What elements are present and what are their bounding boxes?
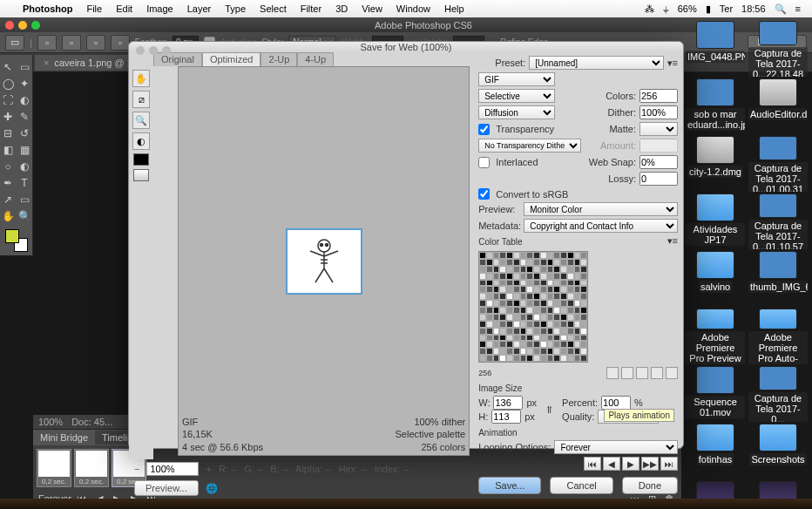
desktop-item[interactable]: fotinhas [685, 424, 746, 479]
color-table[interactable] [478, 251, 588, 363]
wifi-icon[interactable]: ⏚ [663, 3, 669, 14]
minibridge-tab[interactable]: Mini Bridge [33, 431, 95, 445]
hand-tool[interactable]: ✋ [0, 208, 16, 223]
format-select[interactable]: GIF [478, 72, 555, 86]
srgb-checkbox[interactable] [478, 188, 490, 200]
preset-select[interactable]: [Unnamed] [529, 56, 663, 70]
desktop-item[interactable]: Adobe Premiere Pro Auto-Save [748, 309, 809, 364]
menu-filter[interactable]: Filter [301, 3, 321, 14]
menu-file[interactable]: File [86, 3, 102, 14]
anim-first-icon[interactable]: ⏮ [584, 457, 601, 471]
window-minimize-button[interactable] [18, 21, 27, 30]
ct-lock-icon[interactable] [606, 367, 619, 379]
move-tool[interactable]: ↖ [0, 59, 16, 74]
menu-image[interactable]: Image [146, 3, 173, 14]
desktop-item[interactable]: salvino [685, 251, 746, 307]
dither-method-select[interactable]: Diffusion [478, 105, 555, 119]
w-input[interactable] [493, 396, 523, 410]
tab-2up[interactable]: 2-Up [261, 52, 297, 66]
pen-tool[interactable]: ✒ [0, 175, 16, 190]
matte-select[interactable] [639, 122, 678, 136]
interlaced-checkbox[interactable] [478, 157, 490, 168]
window-close-button[interactable] [5, 21, 14, 30]
dlg-slice-tool[interactable]: ⧄ [132, 91, 150, 108]
desktop-item[interactable]: IMG_0448.PNG [685, 21, 746, 77]
timeline-frame-2[interactable]: 0,2 sec. [74, 449, 109, 487]
dialog-titlebar[interactable]: Save for Web (100%) [129, 42, 683, 52]
timeline-frame-1[interactable]: 0,2 sec. [37, 449, 71, 487]
zoom-in-icon[interactable]: + [206, 464, 211, 474]
dlg-zoom-tool[interactable]: 🔍 [132, 112, 150, 129]
desktop-item[interactable]: Captura de Tela 2017-0...01.10.57 [748, 193, 809, 249]
desktop-item[interactable]: Sequence 01.mov [685, 366, 746, 422]
tool-preset-icon[interactable]: ▭ [5, 35, 24, 51]
dlg-slice-vis-icon[interactable] [133, 169, 149, 181]
desktop-item[interactable]: city-1.2.dmg [685, 136, 746, 192]
transparency-checkbox[interactable] [478, 124, 490, 135]
loop-select[interactable]: Forever [554, 440, 678, 454]
spotlight-icon[interactable]: 🔍 [775, 3, 787, 15]
anim-next-icon[interactable]: ▶▶ [641, 457, 659, 471]
dlg-min-button[interactable] [149, 46, 158, 55]
menu-layer[interactable]: Layer [187, 3, 212, 14]
brush-tool[interactable]: ✎ [17, 109, 32, 124]
colors-input[interactable] [639, 89, 678, 103]
anim-last-icon[interactable]: ⏭ [660, 457, 678, 471]
dlg-close-button[interactable] [136, 46, 145, 55]
ct-map-icon[interactable] [636, 367, 648, 379]
done-button[interactable]: Done [622, 477, 678, 494]
tab-4up[interactable]: 4-Up [297, 52, 334, 66]
fg-color-swatch[interactable] [5, 229, 19, 243]
wand-tool[interactable]: ✦ [17, 76, 32, 91]
desktop-item[interactable]: Captura de Tela 2017-0... [748, 366, 809, 422]
anim-play-icon[interactable]: ▶ [622, 457, 639, 471]
menu-3d[interactable]: 3D [335, 3, 348, 14]
desktop-item[interactable]: Screenshots [748, 424, 809, 479]
color-swatches[interactable] [5, 229, 28, 252]
menu-select[interactable]: Select [260, 3, 287, 14]
sel-sub-icon[interactable]: ▫ [86, 35, 105, 51]
dlg-hand-tool[interactable]: ✋ [132, 70, 150, 87]
link-icon[interactable]: ⥣ [545, 404, 553, 416]
desktop-item[interactable]: Captura de Tela 2017-0...22.18.48 [748, 21, 809, 77]
h-input[interactable] [491, 410, 521, 424]
desktop-item[interactable]: sob o mar eduard...ino.jpg [685, 78, 746, 134]
dodge-tool[interactable]: ◐ [17, 159, 32, 173]
preset-menu-icon[interactable]: ▾≡ [667, 58, 678, 69]
blur-tool[interactable]: ○ [0, 159, 16, 173]
zoom-input[interactable] [146, 462, 199, 476]
anim-prev-icon[interactable]: ◀ [603, 457, 620, 471]
menu-edit[interactable]: Edit [116, 3, 132, 14]
path-tool[interactable]: ↗ [0, 192, 16, 207]
colortable-menu-icon[interactable]: ▾≡ [667, 235, 678, 247]
shape-tool[interactable]: ▭ [17, 192, 32, 207]
notification-icon[interactable]: ≡ [795, 3, 801, 14]
zoom-display[interactable]: 100% [38, 417, 63, 427]
lasso-tool[interactable]: ◯ [0, 76, 16, 91]
battery-icon[interactable]: ▮ [706, 3, 711, 15]
metadata-select[interactable]: Copyright and Contact Info [524, 219, 678, 233]
cancel-button[interactable]: Cancel [550, 477, 612, 494]
menu-window[interactable]: Window [396, 3, 430, 14]
crop-tool[interactable]: ⛶ [0, 92, 16, 107]
heal-tool[interactable]: ✚ [0, 109, 16, 124]
bluetooth-icon[interactable]: ⁂ [645, 3, 654, 15]
preview-button[interactable]: Preview... [134, 480, 199, 496]
reduction-select[interactable]: Selective [478, 89, 555, 103]
desktop-item[interactable]: Adobe Premiere Pro Preview Files [685, 309, 746, 364]
desktop-item[interactable]: thumb_IMG_6382_1024.jpg [748, 251, 809, 307]
menu-app[interactable]: Photoshop [23, 3, 72, 14]
ct-web-icon[interactable] [621, 367, 633, 379]
ct-new-icon[interactable] [651, 367, 663, 379]
lossy-input[interactable] [639, 172, 678, 186]
window-zoom-button[interactable] [31, 21, 40, 30]
eraser-tool[interactable]: ◧ [0, 142, 16, 157]
gradient-tool[interactable]: ▦ [17, 142, 32, 157]
save-button[interactable]: Save... [478, 477, 541, 494]
stamp-tool[interactable]: ⊟ [0, 126, 16, 140]
browser-icon[interactable]: 🌐 [206, 483, 218, 494]
trans-dither-select[interactable]: No Transparency Dither [478, 139, 581, 153]
marquee-tool[interactable]: ▭ [17, 59, 32, 74]
menu-view[interactable]: View [362, 3, 382, 14]
tab-optimized[interactable]: Optimized [202, 52, 261, 66]
